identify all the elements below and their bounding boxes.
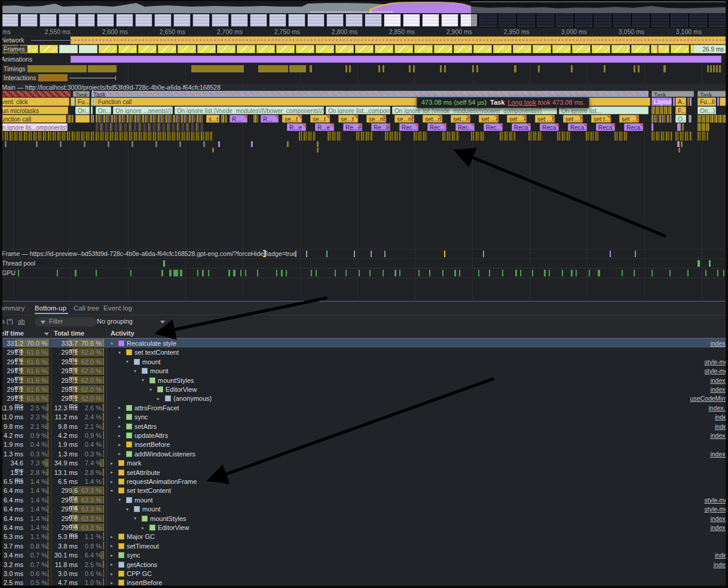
- expand-arrow-icon[interactable]: ▸: [111, 571, 113, 577]
- gpu-activity-mark[interactable]: [57, 270, 58, 276]
- expand-arrow-icon[interactable]: ▸: [118, 405, 121, 410]
- self-time-sort-icon[interactable]: [44, 333, 49, 336]
- source-link[interactable]: index.js: [710, 386, 726, 393]
- flame-segment[interactable]: Reca...yle: [596, 123, 615, 131]
- source-link[interactable]: index.: [715, 552, 726, 559]
- gpu-activity-mark[interactable]: [454, 270, 456, 276]
- regex-icon[interactable]: (*): [7, 318, 13, 325]
- gpu-activity-mark[interactable]: [651, 270, 653, 276]
- tab-call-tree[interactable]: Call tree: [74, 304, 99, 312]
- match-word-icon[interactable]: ab: [18, 318, 25, 325]
- activity-label[interactable]: mount: [150, 367, 169, 374]
- table-row[interactable]: 2.5 ms0.5 %4.7 ms1.0 %▸insertBefore: [2, 578, 726, 586]
- flame-segment[interactable]: [91, 115, 94, 123]
- expand-arrow-icon[interactable]: ▸: [111, 470, 113, 475]
- flame-segment[interactable]: [84, 141, 85, 147]
- flame-segment[interactable]: On ignore ...onents\/): [113, 106, 173, 114]
- filter-input[interactable]: Filter: [35, 317, 97, 327]
- collapse-arrow-icon[interactable]: ▾: [111, 488, 113, 493]
- flame-segment[interactable]: [221, 115, 227, 123]
- frame-event-mark[interactable]: [306, 251, 307, 257]
- table-row[interactable]: 34.6 ms7.3 %34.9 ms7.4 %▸mark: [2, 458, 726, 467]
- collapse-arrow-icon[interactable]: ▾: [118, 350, 121, 355]
- gpu-activity-mark[interactable]: [515, 270, 517, 276]
- flame-segment[interactable]: Function call: [2, 115, 66, 123]
- frame-event-mark[interactable]: [326, 251, 328, 257]
- flame-segment[interactable]: Reca...yle: [624, 123, 643, 131]
- flame-segment[interactable]: [287, 141, 289, 147]
- flame-segment[interactable]: [5, 141, 7, 147]
- gpu-activity-mark[interactable]: [399, 270, 400, 276]
- flame-segment[interactable]: [385, 132, 400, 141]
- gpu-activity-mark[interactable]: [75, 270, 77, 276]
- flame-segment[interactable]: [442, 132, 459, 141]
- collapse-arrow-icon[interactable]: ▾: [149, 387, 152, 392]
- expand-arrow-icon[interactable]: ▸: [111, 479, 113, 485]
- gpu-activity-mark[interactable]: [669, 270, 671, 276]
- table-row[interactable]: 6.5 ms1.4 %6.5 ms1.4 %▸requestAnimationF…: [2, 477, 726, 486]
- table-row[interactable]: 6.4 ms1.4 %299.6 ms63.3 %▾mountstyle-mod: [2, 504, 726, 513]
- gpu-activity-mark[interactable]: [281, 270, 283, 276]
- collapse-arrow-icon[interactable]: ▾: [126, 359, 129, 364]
- collapse-arrow-icon[interactable]: ▾: [134, 368, 136, 374]
- gpu-activity-mark[interactable]: [489, 270, 490, 276]
- flame-segment[interactable]: A...: [675, 98, 686, 106]
- expand-arrow-icon[interactable]: ▸: [118, 442, 121, 447]
- flame-segment[interactable]: [299, 132, 316, 141]
- col-total-time[interactable]: Total time: [54, 330, 84, 337]
- flame-segment[interactable]: [528, 132, 543, 141]
- activity-label[interactable]: mount: [142, 358, 161, 365]
- activity-label[interactable]: mountStyles: [158, 377, 194, 384]
- frame-event-mark[interactable]: [483, 251, 484, 257]
- gpu-activity-mark[interactable]: [369, 270, 371, 276]
- source-link[interactable]: index.js: [710, 515, 726, 522]
- flame-segment[interactable]: [586, 132, 599, 141]
- activity-label[interactable]: mark: [127, 459, 141, 467]
- flame-segment[interactable]: se...nt: [366, 115, 386, 123]
- table-row[interactable]: 6.4 ms1.4 %299.6 ms63.3 %▾mountStylesind…: [2, 514, 726, 523]
- activity-label[interactable]: sync: [127, 552, 140, 559]
- gpu-activity-mark[interactable]: [549, 270, 550, 276]
- flame-segment[interactable]: set...nt: [451, 115, 470, 123]
- flame-segment[interactable]: [500, 132, 515, 141]
- gpu-activity-mark[interactable]: [286, 270, 287, 276]
- expand-arrow-icon[interactable]: ▸: [157, 396, 160, 401]
- gpu-activity-mark[interactable]: [311, 270, 312, 276]
- table-row[interactable]: 13.1 ms2.8 %13.1 ms2.8 %▸setAttribute: [2, 468, 726, 477]
- table-row[interactable]: 4.2 ms0.9 %4.2 ms0.9 %▸updateAttrsindex.…: [2, 431, 726, 440]
- flame-segment[interactable]: [414, 132, 428, 141]
- tab-bottom-up[interactable]: Bottom-up: [35, 304, 66, 312]
- gpu-activity-mark[interactable]: [429, 270, 430, 276]
- flame-segment[interactable]: Rec...yle: [484, 123, 503, 131]
- flame-segment[interactable]: [155, 141, 157, 147]
- expand-arrow-icon[interactable]: ▸: [111, 534, 113, 540]
- activity-label[interactable]: addWindowListeners: [134, 450, 195, 458]
- table-row[interactable]: 291.1 ms61.6 %293.1 ms62.0 %▾mountstyle-…: [2, 357, 726, 366]
- flame-segment[interactable]: Reca...tyle: [568, 123, 587, 131]
- activity-label[interactable]: sync: [134, 413, 148, 421]
- flame-segment[interactable]: se...nt: [394, 115, 414, 123]
- table-row[interactable]: 3.4 ms0.7 %30.1 ms6.4 %▸syncindex.: [2, 550, 726, 559]
- expand-arrow-icon[interactable]: ▸: [111, 543, 113, 549]
- flame-segment[interactable]: set ...ent: [479, 115, 498, 123]
- flame-segment[interactable]: Run microtasks: [2, 106, 68, 114]
- activity-label[interactable]: mountStyles: [150, 515, 186, 522]
- frame-event-mark[interactable]: [371, 251, 372, 257]
- flame-segment[interactable]: [96, 123, 203, 131]
- activity-label[interactable]: setAttribute: [127, 469, 160, 476]
- flame-segment[interactable]: [678, 148, 680, 153]
- col-activity[interactable]: Activity: [111, 330, 134, 337]
- source-link[interactable]: style-mod: [704, 358, 726, 365]
- source-link[interactable]: index.j: [714, 561, 726, 568]
- flame-segment[interactable]: Task: [698, 91, 726, 97]
- source-link[interactable]: index.js:: [708, 404, 726, 412]
- activity-label[interactable]: EditorView: [158, 524, 189, 531]
- flame-segment[interactable]: [68, 115, 74, 123]
- gpu-activity-mark[interactable]: [335, 270, 336, 276]
- table-row[interactable]: 9.8 ms2.1 %9.8 ms2.1 %▸setAttrsindex.: [2, 422, 726, 431]
- track-frame[interactable]: Frame — https://id-preview--bd53fd9d-728…: [2, 249, 726, 258]
- gpu-activity-mark[interactable]: [18, 270, 19, 276]
- gpu-activity-mark[interactable]: [459, 270, 460, 276]
- gpu-activity-mark[interactable]: [240, 270, 241, 276]
- flame-segment[interactable]: [96, 115, 203, 123]
